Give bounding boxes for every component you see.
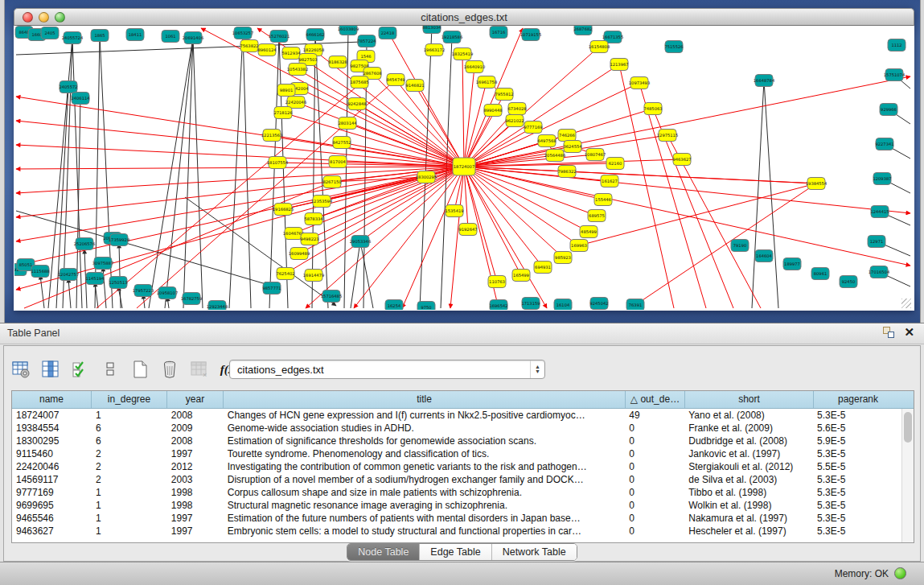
scrollbar-thumb[interactable]: [904, 412, 912, 443]
graph-node[interactable]: 2718126: [273, 107, 292, 119]
float-panel-icon[interactable]: [883, 327, 894, 338]
graph-node[interactable]: 165499: [512, 270, 530, 282]
graph-node[interactable]: 7955812: [495, 89, 513, 101]
graph-node[interactable]: 12971: [868, 236, 885, 248]
graph-node[interactable]: 1061: [162, 31, 179, 43]
graph-node[interactable]: 18724007: [453, 158, 475, 175]
graph-node[interactable]: 110763: [488, 276, 506, 288]
graph-node[interactable]: 9227341: [875, 138, 893, 150]
graph-node[interactable]: 8990448: [483, 105, 502, 117]
graph-node[interactable]: 7986322: [557, 166, 576, 178]
graph-node[interactable]: 1713159: [521, 298, 540, 310]
table-select-dropdown[interactable]: citations_edges.txt ▲▼: [229, 360, 545, 379]
graph-node[interactable]: 1213967: [610, 59, 628, 71]
graph-node[interactable]: 98901: [277, 84, 295, 97]
graph-node[interactable]: 10958107: [157, 287, 178, 299]
tab-node-table[interactable]: Node Table: [347, 544, 419, 560]
graph-node[interactable]: 62160: [606, 158, 624, 170]
graph-node[interactable]: 29053346: [350, 236, 371, 248]
graph-node[interactable]: 9750: [417, 302, 435, 311]
graph-node[interactable]: 10719155: [520, 29, 541, 41]
graph-node[interactable]: 16782759: [181, 293, 202, 305]
graph-node[interactable]: 169963: [570, 240, 588, 252]
graph-node[interactable]: 16104: [554, 299, 572, 311]
graph-node[interactable]: 12975115: [657, 130, 678, 142]
graph-node[interactable]: 929966: [880, 104, 897, 116]
graph-node[interactable]: 9242848: [347, 98, 366, 110]
graph-node[interactable]: 16033809: [338, 26, 359, 35]
graph-node[interactable]: 6497568: [537, 135, 556, 147]
table-row[interactable]: 946554611997Estimation of the future num…: [12, 512, 901, 525]
graph-node[interactable]: 12213563: [261, 130, 282, 142]
graph-node[interactable]: 80961: [811, 268, 829, 280]
graph-node[interactable]: 985923: [554, 252, 572, 264]
graph-node[interactable]: 7563822: [240, 40, 258, 52]
graph-node[interactable]: 6734028: [507, 103, 526, 115]
graph-node[interactable]: 1865: [91, 30, 109, 42]
column-header-short[interactable]: short: [685, 391, 814, 408]
graph-node[interactable]: 7515526: [664, 41, 683, 53]
tab-network-table[interactable]: Network Table: [491, 544, 577, 560]
graph-node[interactable]: 10973493: [629, 77, 650, 89]
column-header-name[interactable]: name: [12, 391, 92, 408]
graph-node[interactable]: 16716: [490, 27, 507, 39]
graph-node[interactable]: 22418: [379, 27, 396, 39]
graph-node[interactable]: 12042757: [58, 269, 79, 281]
graph-node[interactable]: 8267150: [322, 176, 341, 188]
show-columns-icon[interactable]: [40, 359, 61, 380]
table-row[interactable]: 1456911722003Disruption of a novel membe…: [12, 473, 901, 486]
graph-node[interactable]: 1244415: [870, 206, 889, 218]
rows-icon[interactable]: [100, 359, 121, 380]
table-settings-icon[interactable]: [10, 359, 31, 380]
graph-node[interactable]: 3624554: [563, 141, 582, 153]
close-panel-icon[interactable]: ✕: [904, 327, 914, 338]
graph-node[interactable]: 17359928: [109, 234, 129, 246]
graph-node[interactable]: 9192647: [458, 224, 477, 236]
graph-node[interactable]: 18411: [126, 29, 144, 41]
graph-node[interactable]: 16254: [385, 300, 403, 311]
graph-node[interactable]: 9463627: [672, 154, 691, 166]
graph-node[interactable]: 12923448: [207, 301, 228, 311]
graph-node[interactable]: 19218586: [441, 31, 462, 43]
column-header-in_degree[interactable]: in_degree: [92, 391, 167, 408]
graph-node[interactable]: 16648784: [754, 75, 775, 87]
graph-node[interactable]: 30975887: [92, 257, 113, 270]
graph-node[interactable]: 2803144: [338, 117, 357, 130]
graph-node[interactable]: 8454749: [386, 74, 405, 86]
graph-node[interactable]: 689575: [588, 210, 606, 222]
graph-node[interactable]: 7625402: [276, 268, 294, 280]
graph-node[interactable]: 92450: [840, 276, 857, 288]
graph-node[interactable]: 9621022: [505, 115, 524, 127]
graph-node[interactable]: 9245042: [589, 298, 608, 310]
table-row[interactable]: 1830029562008Estimation of significance …: [12, 435, 901, 447]
graph-node[interactable]: 1250513: [109, 277, 127, 289]
graph-node[interactable]: 694931: [534, 262, 552, 274]
column-header-pagerank[interactable]: pagerank: [814, 391, 902, 408]
tab-edge-table[interactable]: Edge Table: [419, 544, 491, 560]
graph-node[interactable]: 10807467: [585, 149, 606, 161]
select-all-icon[interactable]: [70, 359, 91, 380]
graph-node[interactable]: 746266: [558, 130, 576, 142]
table-row[interactable]: 1938455462009Genome-wide association stu…: [12, 422, 901, 435]
column-header-out_de[interactable]: △ out_de…: [626, 391, 685, 408]
graph-node[interactable]: 25206576: [74, 238, 95, 250]
table-vertical-scrollbar[interactable]: [901, 409, 914, 542]
graph-node[interactable]: 18107554: [267, 157, 289, 169]
graph-node[interactable]: 12353594: [311, 196, 333, 208]
table-row[interactable]: 969969511998Structural magnetic resonanc…: [12, 499, 901, 512]
graph-node[interactable]: 17957223: [133, 285, 154, 297]
network-canvas[interactable]: 8648166024052405572418651841110612069140…: [14, 26, 914, 310]
graph-node[interactable]: 20564486: [544, 150, 565, 162]
graph-node[interactable]: 2406114: [71, 93, 90, 105]
graph-node[interactable]: 15276021: [269, 31, 290, 43]
graph-node[interactable]: 1112: [888, 39, 906, 51]
delete-table-icon[interactable]: [159, 359, 180, 380]
graph-node[interactable]: 19166825: [273, 204, 294, 216]
graph-node[interactable]: 7857224: [357, 35, 376, 47]
graph-node[interactable]: 161627: [601, 175, 618, 187]
table-row[interactable]: 1872400712008Changes of HCN gene express…: [12, 409, 901, 422]
graph-node[interactable]: 18300295: [416, 171, 437, 183]
graph-node[interactable]: 5878334: [304, 213, 323, 225]
column-header-title[interactable]: title: [224, 391, 626, 408]
graph-node[interactable]: 2405572: [59, 81, 77, 93]
